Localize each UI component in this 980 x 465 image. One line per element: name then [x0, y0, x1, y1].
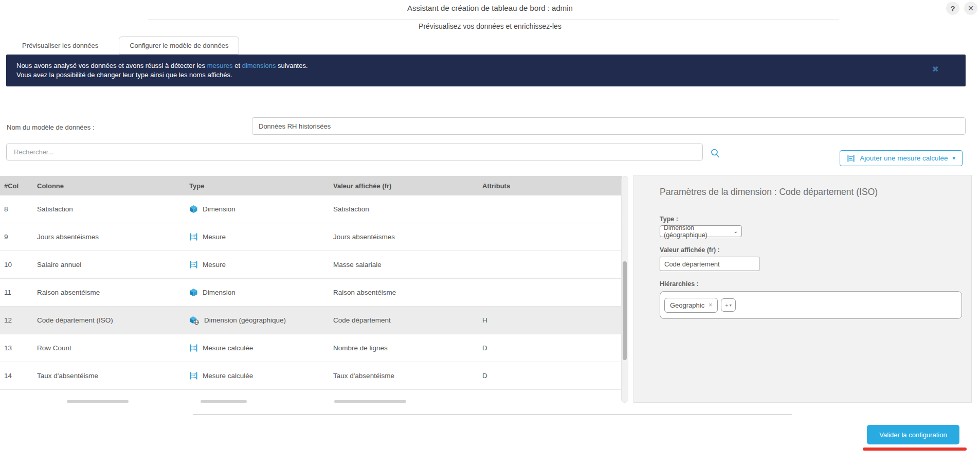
clipped-text-fragment: [334, 400, 406, 403]
step-subtitle: Prévisualisez vos données et enrichissez…: [0, 22, 980, 30]
cell-valeur-affichee: Nombre de lignes: [333, 344, 482, 352]
bottom-divider: [193, 414, 792, 415]
table-scrollbar-track[interactable]: [621, 176, 628, 403]
cell-col-number: 13: [4, 344, 37, 352]
cell-colonne: Jours absentéismes: [37, 233, 189, 241]
hierarchy-tag: Geographic ×: [664, 298, 718, 313]
cell-colonne: Row Count: [37, 344, 189, 352]
cell-attributs: D: [482, 372, 622, 380]
header-attributs: Attributs: [482, 182, 622, 190]
type-label: Mesure: [203, 233, 226, 241]
table-row[interactable]: 10Salaire annuelMesureMasse salariale: [0, 251, 622, 279]
table-row[interactable]: 11Raison absentéismeDimensionRaison abse…: [0, 279, 622, 307]
dimension-geo-cube-icon: [189, 316, 199, 325]
model-name-input[interactable]: [252, 117, 966, 135]
dimension-settings-panel: Paramètres de la dimension : Code départ…: [633, 175, 972, 403]
type-label: Dimension: [203, 205, 235, 213]
header-type: Type: [189, 182, 333, 190]
cell-col-number: 14: [4, 372, 37, 380]
table-row[interactable]: 9Jours absentéismesMesureJours absentéis…: [0, 223, 622, 251]
cell-valeur-affichee: Code département: [333, 316, 482, 324]
cell-type: Mesure calculée: [189, 371, 333, 380]
hierarchies-box[interactable]: Geographic × + ▾: [660, 291, 962, 319]
display-value-label: Valeur affichée (fr) :: [660, 246, 960, 254]
banner-line2: Vous avez la possibilité de changer leur…: [16, 70, 955, 80]
banner-line1: Nous avons analysé vos données et avons …: [16, 61, 955, 70]
red-annotation-underline: [863, 448, 967, 451]
search-input[interactable]: [6, 144, 703, 160]
banner-text: et: [233, 62, 242, 69]
header-valeur: Valeur affichée (fr): [333, 182, 482, 190]
type-select-value: Dimension (géographique): [664, 224, 734, 239]
cell-colonne: Raison absentéisme: [37, 289, 189, 296]
banner-text: Nous avons analysé vos données et avons …: [16, 62, 207, 69]
chevron-down-icon: ▾: [730, 303, 732, 308]
columns-table: #Col Colonne Type Valeur affichée (fr) A…: [0, 176, 622, 404]
panel-title: Paramètres de la dimension : Code départ…: [660, 187, 960, 198]
info-banner: Nous avons analysé vos données et avons …: [6, 55, 966, 86]
table-row[interactable]: 8SatisfactionDimensionSatisfaction: [0, 195, 622, 223]
add-hierarchy-button[interactable]: + ▾: [721, 298, 735, 312]
cell-valeur-affichee: Raison absentéisme: [333, 289, 482, 296]
banner-text: suivantes.: [276, 62, 307, 69]
cell-col-number: 8: [4, 205, 37, 213]
cell-col-number: 9: [4, 233, 37, 241]
type-label: Mesure calculée: [203, 344, 253, 352]
table-row[interactable]: 12Code département (ISO)Dimension (géogr…: [0, 307, 622, 334]
add-calculated-measure-button[interactable]: Ajouter une mesure calculée ▾: [840, 150, 963, 166]
table-header-row: #Col Colonne Type Valeur affichée (fr) A…: [0, 176, 622, 195]
close-icon[interactable]: ✕: [964, 2, 977, 15]
hierarchies-label: Hiérarchies :: [660, 280, 960, 288]
chevron-down-icon: ⌄: [734, 228, 738, 234]
banner-close-icon[interactable]: ✖: [932, 65, 939, 74]
clipped-text-fragment: [67, 400, 129, 403]
cell-attributs: H: [482, 316, 622, 324]
table-row[interactable]: 14Taux d'absentéismeMesure calculéeTaux …: [0, 362, 622, 390]
tab-configure-model[interactable]: Configurer le modèle de données: [119, 37, 239, 55]
cell-col-number: 12: [4, 316, 37, 324]
header-col: #Col: [4, 182, 37, 190]
hierarchy-tag-label: Geographic: [670, 301, 704, 309]
title-divider: [148, 20, 839, 20]
measure-abacus-icon: [847, 154, 855, 163]
tab-bar: Prévisualiser les données Configurer le …: [13, 36, 239, 55]
measure-abacus-icon: [189, 233, 198, 241]
cell-valeur-affichee: Satisfaction: [333, 205, 482, 213]
table-scrollbar-thumb[interactable]: [623, 261, 627, 360]
clipped-row: [0, 390, 622, 404]
cell-type: Dimension (géographique): [189, 316, 333, 325]
measure-abacus-icon: [189, 371, 198, 380]
header-colonne: Colonne: [37, 182, 189, 190]
page-title: Assistant de création de tableau de bord…: [0, 4, 980, 12]
clipped-text-fragment: [201, 400, 247, 403]
cell-colonne: Satisfaction: [37, 205, 189, 213]
type-label: Dimension (géographique): [204, 316, 286, 324]
cell-valeur-affichee: Jours absentéismes: [333, 233, 482, 241]
table-body: 8SatisfactionDimensionSatisfaction9Jours…: [0, 195, 622, 390]
search-icon[interactable]: [710, 148, 720, 158]
help-icon[interactable]: ?: [946, 2, 959, 15]
dimensions-link[interactable]: dimensions: [242, 62, 276, 69]
cell-type: Dimension: [189, 205, 333, 213]
remove-tag-icon[interactable]: ×: [709, 301, 712, 309]
type-label: Mesure calculée: [203, 372, 253, 380]
add-measure-label: Ajouter une mesure calculée: [860, 154, 948, 162]
display-value-input[interactable]: [660, 257, 759, 271]
type-select[interactable]: Dimension (géographique) ⌄: [660, 225, 742, 237]
dashboard-wizard-dialog: Assistant de création de tableau de bord…: [0, 0, 980, 465]
chevron-down-icon: ▾: [952, 155, 955, 162]
cell-type: Mesure: [189, 260, 333, 269]
cell-colonne: Code département (ISO): [37, 316, 189, 324]
cell-col-number: 11: [4, 289, 37, 296]
cell-col-number: 10: [4, 261, 37, 269]
cell-valeur-affichee: Taux d'absentéisme: [333, 372, 482, 380]
measure-abacus-icon: [189, 344, 198, 352]
measures-link[interactable]: mesures: [207, 62, 233, 69]
cell-type: Dimension: [189, 288, 333, 297]
plus-icon: +: [725, 302, 728, 308]
table-row[interactable]: 13Row CountMesure calculéeNombre de lign…: [0, 334, 622, 362]
tab-preview-data[interactable]: Prévisualiser les données: [13, 37, 110, 54]
cell-valeur-affichee: Masse salariale: [333, 261, 482, 269]
validate-configuration-button[interactable]: Valider la configuration: [867, 425, 959, 444]
cell-type: Mesure: [189, 233, 333, 241]
